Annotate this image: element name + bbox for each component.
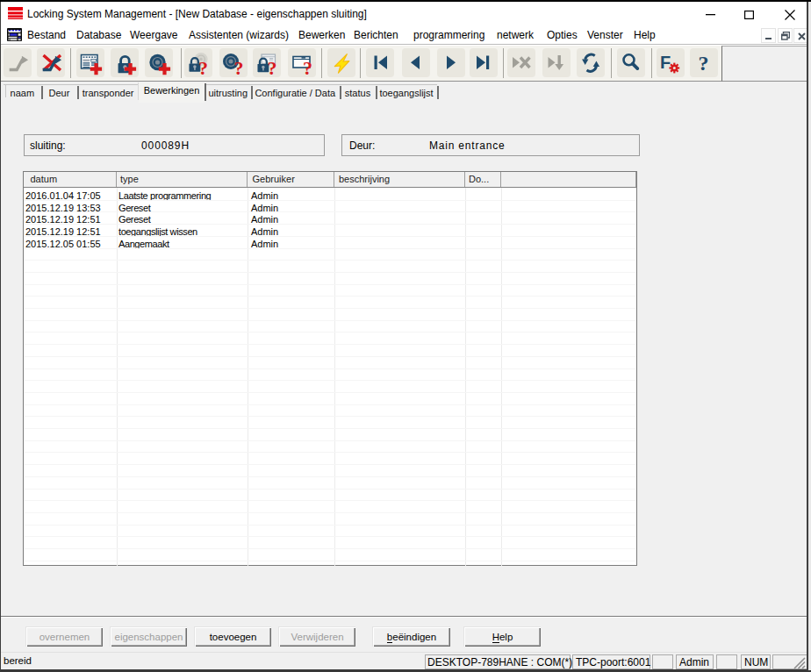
svg-text:?: ? — [699, 51, 709, 74]
svg-text:?: ? — [233, 56, 243, 75]
svg-text:?: ? — [268, 57, 277, 75]
svg-text:?: ? — [198, 56, 208, 75]
svg-text:F: F — [660, 53, 671, 72]
svg-text:?: ? — [303, 57, 312, 75]
